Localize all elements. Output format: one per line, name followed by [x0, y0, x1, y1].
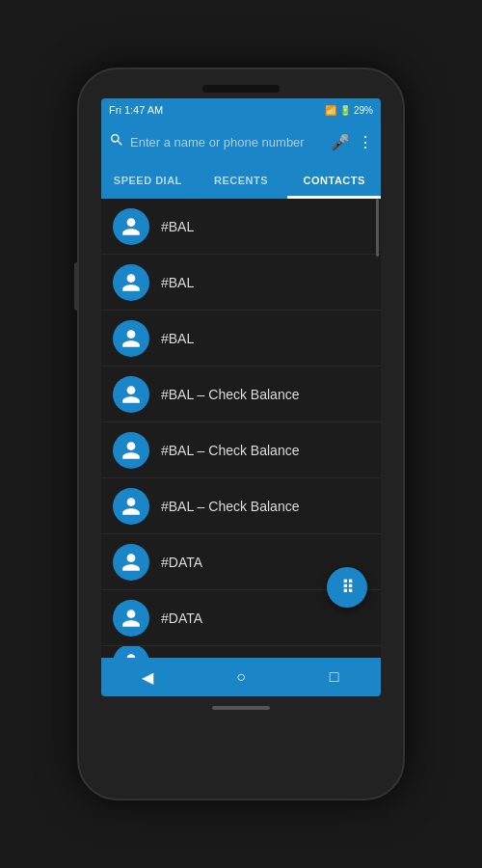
status-icons: 📶 🔋 29% — [325, 105, 373, 116]
phone-device: Fri 1:47 AM 📶 🔋 29% Enter a name or phon… — [77, 68, 405, 800]
search-icon — [109, 132, 124, 151]
contact-name: #BAL – Check Balance — [161, 387, 299, 402]
search-input[interactable]: Enter a name or phone number — [130, 135, 325, 149]
avatar — [113, 544, 149, 581]
status-time: Fri 1:47 AM — [109, 104, 163, 116]
microphone-icon[interactable]: 🎤 — [331, 133, 350, 151]
contact-name: #DATA — [161, 555, 202, 570]
avatar — [113, 488, 149, 525]
list-item[interactable]: #BAL — [101, 311, 381, 366]
list-item[interactable]: #BAL – Check Balance — [101, 478, 381, 534]
bottom-navigation: ◀ ○ □ — [101, 658, 381, 696]
contact-list: #BAL #BAL #BAL #BAL – Check Balance — [101, 199, 381, 658]
back-button[interactable]: ◀ — [130, 660, 165, 694]
battery-icon: 🔋 — [339, 105, 351, 116]
list-item[interactable]: #DATA — [101, 646, 381, 658]
contact-name: #BAL — [161, 275, 194, 290]
contact-name: #BAL — [161, 219, 194, 234]
phone-screen: Fri 1:47 AM 📶 🔋 29% Enter a name or phon… — [101, 98, 381, 696]
avatar — [113, 320, 149, 357]
list-item[interactable]: #BAL — [101, 199, 381, 255]
dial-fab[interactable]: ⠿ — [327, 567, 367, 608]
contact-name: #DATA — [161, 610, 202, 626]
home-button[interactable]: ○ — [224, 660, 258, 694]
tabs: SPEED DIAL RECENTS CONTACTS — [101, 162, 381, 199]
more-options-icon[interactable]: ⋮ — [358, 133, 373, 151]
contact-name: #BAL – Check Balance — [161, 443, 299, 458]
signal-icon: 📶 — [325, 105, 336, 116]
avatar — [113, 208, 149, 245]
search-actions: 🎤 ⋮ — [331, 133, 373, 151]
volume-button[interactable] — [74, 262, 79, 311]
scrollbar-track — [376, 199, 379, 658]
list-item[interactable]: #BAL – Check Balance — [101, 422, 381, 478]
dialpad-icon: ⠿ — [341, 577, 354, 598]
status-bar: Fri 1:47 AM 📶 🔋 29% — [101, 98, 381, 122]
tab-speed-dial[interactable]: SPEED DIAL — [101, 162, 195, 199]
list-item[interactable]: #BAL — [101, 255, 381, 311]
avatar — [113, 432, 149, 469]
contact-name: #BAL – Check Balance — [161, 499, 299, 514]
avatar — [113, 646, 149, 658]
tab-contacts[interactable]: CONTACTS — [287, 162, 381, 199]
avatar — [113, 600, 149, 637]
speaker — [202, 85, 280, 93]
search-bar: Enter a name or phone number 🎤 ⋮ — [101, 122, 381, 162]
home-indicator — [212, 706, 270, 710]
battery-percent: 29% — [354, 105, 373, 116]
scrollbar-thumb[interactable] — [376, 199, 379, 257]
tab-recents[interactable]: RECENTS — [195, 162, 288, 199]
avatar — [113, 376, 149, 413]
contact-name: #BAL — [161, 331, 194, 346]
avatar — [113, 264, 149, 301]
contact-name: #DATA — [161, 655, 202, 658]
recents-button[interactable]: □ — [317, 660, 352, 694]
list-item[interactable]: #BAL – Check Balance — [101, 366, 381, 422]
